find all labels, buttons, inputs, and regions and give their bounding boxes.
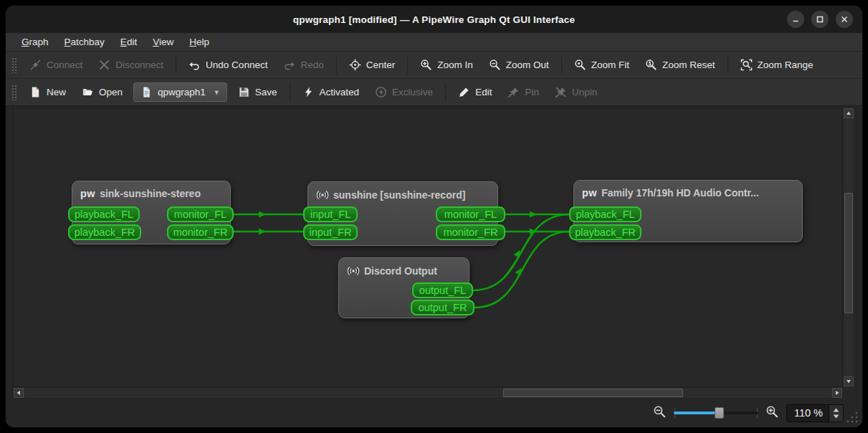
port-discord-output_FR[interactable]: output_FR xyxy=(411,300,474,315)
scroll-down-button[interactable] xyxy=(844,376,854,386)
arrow-down-icon xyxy=(846,379,852,384)
port-sunshine-input_FL[interactable]: input_FL xyxy=(303,206,358,222)
chevron-down-icon: ▼ xyxy=(214,89,220,96)
menu-graph[interactable]: Graph xyxy=(14,35,56,49)
toolbar-button-pin[interactable]: Pin xyxy=(501,82,545,103)
horizontal-scroll-thumb[interactable] xyxy=(503,389,683,397)
toolbar-drag-handle[interactable] xyxy=(11,85,16,100)
pin-icon xyxy=(507,86,520,98)
resize-grip[interactable] xyxy=(846,411,859,424)
toolbar-label-center: Center xyxy=(366,60,396,70)
toolbar-label-zoom-range: Zoom Range xyxy=(758,60,814,70)
connection-discord.output_FR-to-family.playback_FR[interactable] xyxy=(474,232,569,308)
toolbar-file-tools: NewOpenqpwgraph1▼SaveActivatedExclusiveE… xyxy=(6,79,862,106)
toolbar-button-exclusive[interactable]: Exclusive xyxy=(368,82,439,103)
zoom-percent-spinbox[interactable]: 110 % xyxy=(786,404,844,422)
menu-help[interactable]: Help xyxy=(182,35,216,49)
scroll-up-button[interactable] xyxy=(844,108,854,118)
arrow-left-icon xyxy=(16,390,22,396)
port-sink-monitor_FL[interactable]: monitor_FL xyxy=(167,206,234,222)
menubar: GraphPatchbayEditViewHelp xyxy=(6,33,862,52)
toolbar-button-undo-connect[interactable]: Undo Connect xyxy=(182,55,274,75)
toolbar-label-zoom-in: Zoom In xyxy=(437,60,473,70)
port-sink-playback_FL[interactable]: playback_FL xyxy=(68,206,140,222)
zoom-slider[interactable] xyxy=(674,406,758,420)
zoom-fit-icon xyxy=(574,59,586,71)
connect-icon xyxy=(29,59,42,71)
port-discord-output_FL[interactable]: output_FL xyxy=(412,282,473,298)
menu-view[interactable]: View xyxy=(146,35,181,49)
qpwgraph-window: qpwgraph1 [modified] — A PipeWire Graph … xyxy=(6,6,862,427)
vertical-scroll-thumb[interactable] xyxy=(844,193,853,313)
activated-icon xyxy=(302,86,315,98)
toolbar-label-save: Save xyxy=(255,87,277,97)
toolbar-button-zoom-range[interactable]: Zoom Range xyxy=(734,55,820,75)
scroll-left-button[interactable] xyxy=(14,388,24,398)
toolbar-button-new[interactable]: New xyxy=(23,82,72,103)
port-sunshine-monitor_FL[interactable]: monitor_FL xyxy=(436,206,505,222)
combo-patchbay-select[interactable]: qpwgraph1▼ xyxy=(133,82,227,102)
window-title: qpwgraph1 [modified] — A PipeWire Graph … xyxy=(293,14,575,25)
port-sink-monitor_FR[interactable]: monitor_FR xyxy=(167,224,234,240)
patchbay-canvas[interactable]: pwsink-sunshine-stereosunshine [sunshine… xyxy=(13,108,843,387)
toolbar-label-patchbay-select: qpwgraph1 xyxy=(158,87,206,97)
toolbar-label-redo: Redo xyxy=(300,60,323,70)
spinbox-arrows[interactable] xyxy=(829,405,843,422)
slider-handle[interactable] xyxy=(715,407,724,419)
zoom-in-slider-icon[interactable] xyxy=(766,405,779,422)
port-family-playback_FR[interactable]: playback_FR xyxy=(569,224,642,240)
toolbar-button-edit[interactable]: Edit xyxy=(452,82,498,103)
edit-icon xyxy=(458,86,470,98)
maximize-button[interactable] xyxy=(811,11,829,28)
port-sunshine-input_FR[interactable]: input_FR xyxy=(303,224,358,240)
toolbar-label-disconnect: Disconnect xyxy=(115,60,163,70)
open-icon xyxy=(82,86,94,98)
minimize-button[interactable] xyxy=(787,11,804,28)
toolbar-drag-handle[interactable] xyxy=(11,57,16,73)
toolbar-button-zoom-reset[interactable]: Zoom Reset xyxy=(639,55,722,75)
toolbar-separator xyxy=(336,57,337,74)
port-family-playback_FL[interactable]: playback_FL xyxy=(569,206,642,222)
wire-arrow-icon xyxy=(530,211,537,218)
toolbar-button-disconnect[interactable]: Disconnect xyxy=(92,55,170,75)
toolbar-label-new: New xyxy=(47,87,66,97)
scroll-right-button[interactable] xyxy=(832,388,842,398)
toolbar-button-redo[interactable]: Redo xyxy=(277,55,330,75)
menu-edit[interactable]: Edit xyxy=(113,35,144,49)
toolbar-button-zoom-out[interactable]: Zoom Out xyxy=(482,55,555,75)
center-icon xyxy=(349,59,361,71)
port-sink-playback_FR[interactable]: playback_FR xyxy=(68,224,141,240)
spin-down-icon xyxy=(833,414,839,419)
port-sunshine-monitor_FR[interactable]: monitor_FR xyxy=(436,224,505,240)
toolbar-separator xyxy=(445,84,446,101)
toolbar-button-zoom-in[interactable]: Zoom In xyxy=(414,55,480,75)
minimize-icon xyxy=(791,15,800,24)
toolbar-button-open[interactable]: Open xyxy=(75,82,129,103)
toolbar-separator xyxy=(561,57,562,74)
wire-arrow-icon xyxy=(259,229,266,235)
toolbar-button-unpin[interactable]: Unpin xyxy=(548,82,604,103)
toolbar-graph-tools: ConnectDisconnectUndo ConnectRedoCenterZ… xyxy=(6,52,862,79)
toolbar-button-activated[interactable]: Activated xyxy=(296,82,366,103)
disconnect-icon xyxy=(98,59,110,71)
unpin-icon xyxy=(555,86,567,98)
toolbar-label-zoom-fit: Zoom Fit xyxy=(591,60,629,70)
toolbar-button-center[interactable]: Center xyxy=(343,55,402,75)
titlebar[interactable]: qpwgraph1 [modified] — A PipeWire Graph … xyxy=(6,6,862,33)
arrow-right-icon xyxy=(834,390,840,396)
exclusive-icon xyxy=(375,86,387,98)
menu-patchbay[interactable]: Patchbay xyxy=(57,35,112,49)
toolbar-label-exclusive: Exclusive xyxy=(392,87,433,97)
vertical-scrollbar[interactable] xyxy=(843,108,854,387)
toolbar-label-connect: Connect xyxy=(47,60,82,70)
maximize-icon xyxy=(816,15,824,24)
toolbar-button-connect[interactable]: Connect xyxy=(23,55,89,75)
horizontal-scrollbar[interactable] xyxy=(13,387,843,399)
toolbar-label-edit: Edit xyxy=(475,87,492,97)
wire-arrow-icon xyxy=(259,211,266,218)
zoom-in-icon xyxy=(420,59,432,71)
close-button[interactable] xyxy=(836,11,853,28)
toolbar-button-zoom-fit[interactable]: Zoom Fit xyxy=(568,55,636,75)
zoom-out-slider-icon[interactable] xyxy=(653,405,667,422)
toolbar-button-save[interactable]: Save xyxy=(232,82,284,103)
